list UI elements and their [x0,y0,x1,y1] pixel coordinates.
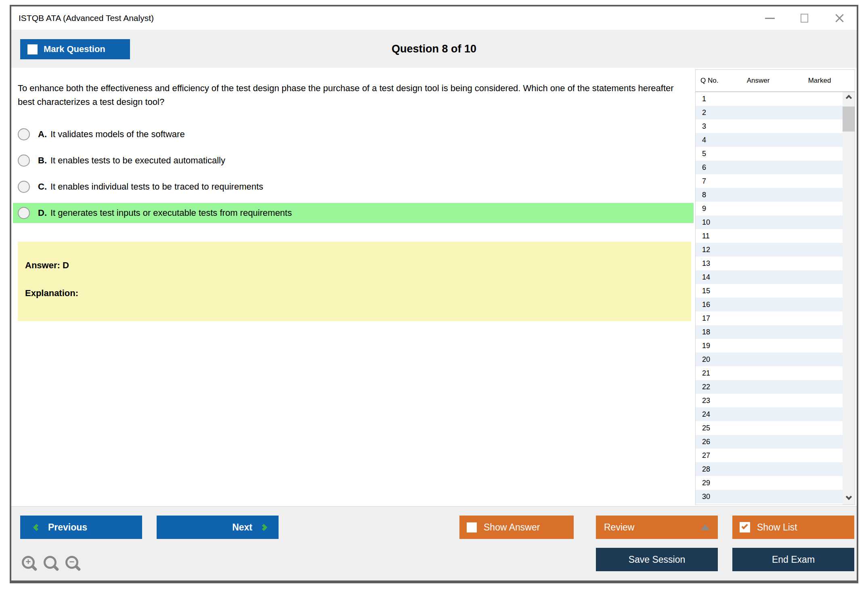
question-list-row[interactable]: 6 [696,161,843,174]
question-list-row[interactable]: 24 [696,407,843,421]
question-list-row[interactable]: 28 [696,462,843,476]
scroll-up-icon[interactable] [843,93,855,105]
mark-question-button[interactable]: Mark Question [20,39,130,59]
scroll-down-icon[interactable] [843,492,855,504]
maximize-icon[interactable] [801,14,808,23]
question-list-row[interactable]: 19 [696,339,843,353]
question-list-row[interactable]: 10 [696,215,843,229]
show-list-checked-checkbox-icon[interactable] [740,522,750,532]
option-letter: A. [38,129,47,140]
question-number: 6 [702,163,706,172]
question-list-row[interactable]: 20 [696,353,843,366]
options-list: A.It validates models of the softwareB.I… [11,124,694,223]
column-header-qno: Q No. [696,77,732,85]
option-row-D[interactable]: D.It generates test inputs or executable… [13,203,694,223]
show-answer-button[interactable]: Show Answer [459,516,574,539]
option-text: It enables individual tests to be traced… [50,182,263,192]
question-list-row[interactable]: 23 [696,394,843,407]
question-list-row[interactable]: 22 [696,380,843,394]
question-number: 11 [702,232,710,240]
question-list-row[interactable]: 27 [696,449,843,462]
previous-label: Previous [48,522,87,533]
option-letter: B. [38,155,47,166]
question-list-header: Q No. Answer Marked [696,70,855,92]
question-list-row[interactable]: 25 [696,421,843,435]
triangle-up-icon [701,524,710,530]
question-number: 19 [702,342,710,350]
question-number: 1 [702,95,706,103]
question-list-row[interactable]: 18 [696,325,843,339]
question-number: 2 [702,109,706,117]
question-list-row[interactable]: 13 [696,257,843,270]
question-list-row[interactable]: 5 [696,147,843,161]
window-controls [765,13,845,23]
question-text: To enhance both the effectiveness and ef… [18,81,676,109]
question-number: 29 [702,479,710,487]
question-number: 24 [702,410,710,419]
question-number: 20 [702,355,710,364]
question-list-row[interactable]: 1 [696,92,843,106]
previous-button[interactable]: Previous [20,516,142,539]
scrollbar-thumb[interactable] [843,106,855,132]
answer-panel: Answer: D Explanation: [18,242,691,321]
radio-button[interactable] [18,207,30,219]
question-list-row[interactable]: 12 [696,243,843,257]
zoom-icon[interactable] [44,556,57,569]
question-list-row[interactable]: 8 [696,188,843,202]
question-number: 12 [702,246,710,254]
minimize-icon[interactable] [765,18,775,19]
chevron-left-icon [33,524,40,531]
mark-question-checkbox-icon[interactable] [27,44,38,54]
answer-label: Answer: D [25,260,691,271]
radio-button[interactable] [18,181,30,193]
show-list-label: Show List [757,522,797,533]
option-row-A[interactable]: A.It validates models of the software [13,124,694,144]
question-list-row[interactable]: 2 [696,106,843,119]
question-list-row[interactable]: 3 [696,119,843,133]
footer-bar: Previous Next Show Answer Review Show Li… [11,506,857,580]
question-list-row[interactable]: 30 [696,490,843,503]
question-list-row[interactable]: 11 [696,229,843,243]
radio-button[interactable] [18,128,30,140]
question-number: 7 [702,177,706,186]
question-list-row[interactable]: 26 [696,435,843,449]
end-exam-button[interactable]: End Exam [732,548,854,571]
question-list-row[interactable]: 4 [696,133,843,147]
option-letter: D. [38,208,47,218]
save-session-button[interactable]: Save Session [596,548,718,571]
option-row-C[interactable]: C.It enables individual tests to be trac… [13,177,694,197]
zoom-out-icon[interactable]: − [65,556,78,569]
question-list-row[interactable]: 9 [696,202,843,215]
column-header-marked: Marked [784,77,855,85]
option-letter: C. [38,182,47,192]
next-button[interactable]: Next [157,516,279,539]
question-list-scrollbar[interactable] [843,92,855,505]
zoom-toolbar: + − [22,556,78,569]
question-list-row[interactable]: 16 [696,298,843,311]
question-list-row[interactable]: 14 [696,270,843,284]
zoom-in-icon[interactable]: + [22,556,35,569]
question-list-row[interactable]: 7 [696,174,843,188]
review-button[interactable]: Review [596,516,718,539]
main-content: To enhance both the effectiveness and ef… [11,68,857,506]
question-number: 3 [702,122,706,131]
question-number: 10 [702,218,710,227]
question-list-rows: 1234567891011121314151617181920212223242… [696,92,843,505]
close-icon[interactable] [834,13,845,23]
question-number: 4 [702,136,706,144]
question-list-row[interactable]: 15 [696,284,843,298]
radio-button[interactable] [18,155,30,167]
question-list-row[interactable]: 29 [696,476,843,490]
window-title: ISTQB ATA (Advanced Test Analyst) [19,13,154,23]
question-number: 16 [702,301,710,309]
question-list-row[interactable]: 17 [696,311,843,325]
show-list-button[interactable]: Show List [732,516,854,539]
question-list-row[interactable]: 21 [696,366,843,380]
end-exam-label: End Exam [772,554,815,565]
next-label: Next [232,522,252,533]
mark-question-label: Mark Question [44,44,105,54]
question-number: 5 [702,150,706,158]
option-row-B[interactable]: B.It enables tests to be executed automa… [13,150,694,171]
question-number: 25 [702,424,710,432]
show-answer-checkbox-icon[interactable] [467,522,477,532]
